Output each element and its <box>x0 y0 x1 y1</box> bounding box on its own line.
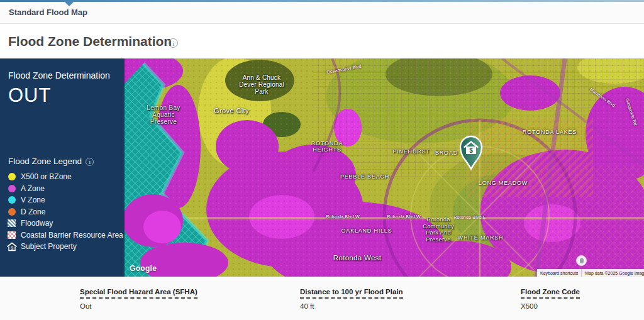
page-header: Flood Zone Determination i <box>0 25 644 58</box>
legend-label: X500 or BZone <box>21 172 72 181</box>
map-label-long-meadow: LONG MEADOW <box>479 180 528 186</box>
zone-code-label: Flood Zone Code <box>521 288 580 299</box>
map-road-rotonda-blvd-w: Rotonda Blvd W <box>326 214 359 219</box>
keyboard-shortcuts-link[interactable]: Keyboard shortcuts <box>537 269 582 277</box>
legend-item-v-zone: V Zone <box>6 194 123 206</box>
svg-text:$: $ <box>469 147 473 154</box>
map-label-rotonda-lakes: ROTONDA LAKES <box>523 129 577 135</box>
a-zone-swatch <box>8 185 16 192</box>
legend-item-x500: X500 or BZone <box>6 171 123 183</box>
legend-item-a-zone: A Zone <box>6 183 123 195</box>
legend-label: Floodway <box>21 219 53 228</box>
zone-code-value: X500 <box>521 302 580 310</box>
x500-zone-swatch <box>8 173 16 180</box>
d-zone-swatch <box>8 208 16 216</box>
sfha-value: Out <box>80 302 197 310</box>
map-attribution: Keyboard shortcuts Map data ©2025 Google… <box>537 269 644 277</box>
park-poi-badge[interactable] <box>576 255 587 266</box>
legend-label: V Zone <box>21 196 45 204</box>
map-label-dever-regional-park: Ann & Chuck Dever Regional Park <box>234 74 289 96</box>
legend-title: Flood Zone Legendi <box>8 157 94 166</box>
map-label-pinehurst: PINEHURST <box>392 148 430 155</box>
flood-zone-legend: X500 or BZone A Zone V Zone D Zone Flood… <box>6 171 123 253</box>
house-icon: $ <box>6 242 18 251</box>
panel-title: Flood Zone Determination <box>8 70 116 80</box>
active-tab-caret <box>65 2 74 6</box>
coastal-barrier-swatch-icon <box>8 231 16 239</box>
legend-label: Coastal Barrier Resource Area <box>21 231 123 240</box>
summary-bar: Special Flood Hazard Area (SFHA) Out Dis… <box>0 277 644 320</box>
map-label-oakland-hills: OAKLAND HILLS <box>341 228 392 234</box>
subject-property-pin[interactable]: $ <box>458 135 484 171</box>
map-label-lemon-bay-aquatic-preserve: Lemon Bay Aquatic Preserve <box>141 104 186 126</box>
distance-label: Distance to 100 yr Flood Plain <box>300 288 403 299</box>
legend-item-cbra: Coastal Barrier Resource Area <box>6 229 123 241</box>
legend-label: Subject Property <box>21 242 77 251</box>
active-tab-indicator-line <box>0 0 644 2</box>
field-zone-code: Flood Zone Code X500 <box>521 285 580 310</box>
determination-result: OUT <box>8 84 116 107</box>
map-road-rotonda-blvd-w-2: Rotonda Blvd W <box>387 214 420 219</box>
map-label-rotonda-west: Rotonda West <box>333 254 381 262</box>
map-label-white-marsh: WHITE MARSH <box>458 234 504 241</box>
map-label-community-park: Rotonda Community Park And Preserve <box>416 216 461 243</box>
map-data-attribution: Map data ©2025 Google Imagery ©2025 <box>582 269 644 277</box>
v-zone-swatch <box>8 196 16 204</box>
info-icon[interactable]: i <box>169 38 178 48</box>
legend-label: D Zone <box>21 207 45 216</box>
field-distance: Distance to 100 yr Flood Plain 40 ft <box>300 285 403 310</box>
google-logo: Google <box>130 264 157 273</box>
legend-info-icon[interactable]: i <box>86 158 94 166</box>
map-label-grove-city: Grove City <box>214 107 249 114</box>
distance-value: 40 ft <box>300 302 403 310</box>
legend-item-floodway: Floodway <box>6 218 123 229</box>
sfha-label: Special Flood Hazard Area (SFHA) <box>80 288 197 299</box>
field-sfha: Special Flood Hazard Area (SFHA) Out <box>80 285 197 310</box>
flood-map[interactable]: Lemon Bay Aquatic Preserve Grove City An… <box>125 58 644 277</box>
floodway-swatch-icon <box>8 219 16 227</box>
page-title: Flood Zone Determination <box>8 34 172 49</box>
tab-standard-flood-map[interactable]: Standard Flood Map <box>9 8 87 17</box>
map-label-pebble-beach: PEBBLE BEACH <box>340 174 389 180</box>
tab-bar: Standard Flood Map <box>0 0 644 24</box>
legend-item-d-zone: D Zone <box>6 206 123 218</box>
legend-item-subject-property: $ Subject Property <box>6 241 123 253</box>
map-road-rotonda-blvd-e: Rotonda Blvd E <box>453 215 486 219</box>
legend-label: A Zone <box>21 184 45 193</box>
map-canvas[interactable] <box>125 58 644 277</box>
map-label-broad: BROAD <box>435 150 458 156</box>
map-label-rotonda-heights: ROTONDA HEIGHTS <box>304 140 350 153</box>
flood-determination-panel: Flood Zone Determination OUT Flood Zone … <box>0 58 125 277</box>
content-area: Flood Zone Determination OUT Flood Zone … <box>0 58 644 277</box>
